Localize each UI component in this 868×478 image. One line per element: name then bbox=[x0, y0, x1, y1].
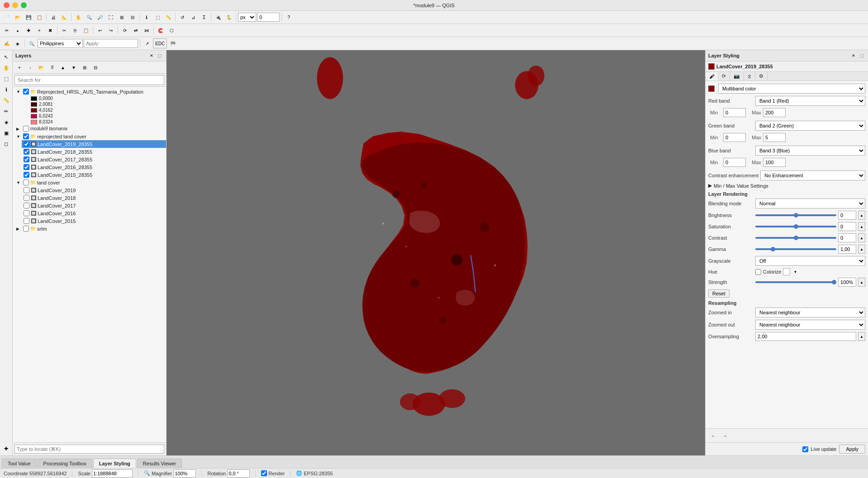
refresh-button[interactable]: ↺ bbox=[177, 12, 187, 22]
zoom-selection-button[interactable]: ⊟ bbox=[128, 12, 138, 22]
magnifier-input[interactable] bbox=[173, 469, 196, 478]
open-layer-button[interactable]: 📂 bbox=[36, 62, 46, 72]
edit-pencil-button[interactable]: ✏ bbox=[2, 25, 12, 35]
contrast-input[interactable] bbox=[838, 233, 856, 242]
lc2015-28355-checkbox[interactable] bbox=[24, 172, 29, 178]
strength-spin[interactable]: ▲ bbox=[858, 278, 865, 287]
add-feature-button[interactable]: + bbox=[34, 25, 44, 35]
pan-map-button[interactable]: ✋ bbox=[1, 63, 11, 73]
snap-button[interactable]: 🧲 bbox=[156, 25, 166, 35]
edit-tool-button[interactable]: ✏ bbox=[1, 106, 11, 116]
rotate-button[interactable]: ⟳ bbox=[120, 25, 130, 35]
locator-input[interactable] bbox=[14, 445, 164, 454]
style-paint-tab[interactable]: 🖌 bbox=[706, 72, 718, 80]
layer-item-landcover-2017[interactable]: 🔲 LandCover_2017 bbox=[22, 202, 166, 209]
minimize-button[interactable] bbox=[12, 2, 18, 8]
new-project-button[interactable]: 📄 bbox=[2, 12, 12, 22]
edc-button[interactable]: EDC bbox=[153, 38, 167, 48]
select-tool-button[interactable]: ▣ bbox=[1, 128, 11, 138]
cross-tool-button[interactable]: ✚ bbox=[1, 444, 11, 454]
deselect-tool-button[interactable]: ◻ bbox=[1, 139, 11, 149]
layer-item-hrsl-group[interactable]: ▼ 📁 Reprojected_HRSL_AUS_Tasmania_Popula… bbox=[14, 88, 166, 95]
blue-min-input[interactable] bbox=[723, 158, 746, 167]
vertex-button[interactable]: ◈ bbox=[13, 38, 23, 48]
live-update-checkbox[interactable] bbox=[802, 446, 808, 452]
zoomed-in-select[interactable]: Nearest neighbour bbox=[755, 308, 865, 317]
tab-layer-styling[interactable]: Layer Styling bbox=[93, 459, 136, 468]
green-band-select[interactable]: Band 2 (Green) bbox=[755, 121, 865, 131]
right-panel-close-button[interactable]: ✕ bbox=[850, 52, 857, 59]
right-panel-float-button[interactable]: ⬚ bbox=[858, 52, 865, 59]
layers-search-input[interactable] bbox=[14, 75, 164, 85]
module9-checkbox[interactable] bbox=[23, 126, 29, 132]
gamma-slider[interactable] bbox=[755, 248, 836, 250]
save-as-button[interactable]: 📋 bbox=[34, 12, 44, 22]
lc2018-28355-checkbox[interactable] bbox=[24, 149, 29, 155]
layer-item-landcover-2019-28355[interactable]: 🔲 LandCover_2019_28355 bbox=[22, 140, 166, 148]
scale-input[interactable] bbox=[92, 469, 133, 478]
layer-item-landcover-2016-28355[interactable]: 🔲 LandCover_2016_28355 bbox=[22, 163, 166, 171]
expand-landcover-icon[interactable]: ▼ bbox=[16, 180, 22, 185]
zoom-in-button[interactable]: 🔍 bbox=[84, 12, 94, 22]
layers-float-button[interactable]: ⬚ bbox=[156, 52, 163, 59]
layer-item-landcover-2016[interactable]: 🔲 LandCover_2016 bbox=[22, 209, 166, 217]
expand-all-button[interactable]: ⊞ bbox=[80, 62, 90, 72]
layer-item-landcover-2019[interactable]: 🔲 LandCover_2019 bbox=[22, 186, 166, 194]
lc2016-checkbox[interactable] bbox=[24, 210, 29, 216]
lc2016-28355-checkbox[interactable] bbox=[24, 164, 29, 170]
close-button[interactable] bbox=[4, 2, 10, 8]
hrsl-checkbox[interactable] bbox=[23, 89, 29, 95]
style-history-tab[interactable]: ⟳ bbox=[718, 72, 730, 80]
saturation-spin-up[interactable]: ▲ bbox=[858, 222, 865, 231]
layer-item-landcover-2018-28355[interactable]: 🔲 LandCover_2018_28355 bbox=[22, 148, 166, 156]
tab-results-viewer[interactable]: Results Viewer bbox=[137, 459, 182, 468]
oversampling-input[interactable] bbox=[755, 332, 856, 341]
flag-button[interactable]: 🏁 bbox=[168, 38, 178, 48]
apply-button[interactable]: Apply bbox=[839, 445, 865, 454]
zoomed-out-select[interactable]: Nearest neighbour bbox=[755, 320, 865, 330]
blending-select[interactable]: Normal bbox=[755, 199, 865, 208]
move-feature-button[interactable]: ✚ bbox=[24, 25, 33, 35]
blue-max-input[interactable] bbox=[763, 158, 786, 167]
hue-expand-button[interactable]: ▼ bbox=[792, 269, 798, 275]
locate-button[interactable]: 🔍 bbox=[27, 38, 37, 48]
location-select[interactable]: Philippines bbox=[38, 39, 83, 48]
lc2017-28355-checkbox[interactable] bbox=[24, 156, 29, 162]
topology-button[interactable]: ⬡ bbox=[167, 25, 176, 35]
select-button[interactable]: ⬚ bbox=[153, 12, 162, 22]
remove-layer-button[interactable]: - bbox=[25, 62, 35, 72]
layer-item-landcover-group[interactable]: ▼ 📁 land cover bbox=[14, 179, 166, 186]
rotation-input[interactable] bbox=[227, 469, 250, 478]
panel-back-button[interactable]: ← bbox=[708, 431, 718, 440]
layer-item-reprojected-group[interactable]: ▼ 📁 reprojected land cover bbox=[14, 133, 166, 140]
zoom-layer-button[interactable]: ⊞ bbox=[117, 12, 127, 22]
redo-button[interactable]: ↪ bbox=[106, 25, 116, 35]
zoom-rect-button[interactable]: ⬚ bbox=[1, 74, 11, 84]
merge-button[interactable]: ⋈ bbox=[142, 25, 152, 35]
collapse-all-button[interactable]: ⊟ bbox=[91, 62, 100, 72]
red-band-select[interactable]: Band 1 (Red) bbox=[755, 96, 865, 106]
style-camera-tab[interactable]: 📷 bbox=[730, 72, 744, 80]
add-layer-button[interactable]: + bbox=[14, 62, 24, 72]
gamma-spin-up[interactable]: ▲ bbox=[858, 245, 865, 254]
print-button[interactable]: 🖨 bbox=[48, 12, 58, 22]
zoom-out-button[interactable]: 🔎 bbox=[95, 12, 105, 22]
node-tool-button-left[interactable]: ◈ bbox=[1, 117, 11, 127]
value-input[interactable] bbox=[257, 13, 280, 22]
measure-tool-button[interactable]: 📏 bbox=[1, 95, 11, 105]
saturation-input[interactable] bbox=[838, 222, 856, 231]
contrast-spin-up[interactable]: ▲ bbox=[858, 233, 865, 242]
style-filter-tab[interactable]: ⧖ bbox=[744, 72, 755, 80]
filter-layer-button[interactable]: ⧖ bbox=[47, 62, 57, 72]
move-down-button[interactable]: ▼ bbox=[69, 62, 79, 72]
reprojected-checkbox[interactable] bbox=[23, 133, 29, 139]
layers-close-button[interactable]: ✕ bbox=[148, 52, 155, 59]
red-min-input[interactable] bbox=[723, 108, 746, 117]
render-checkbox[interactable] bbox=[261, 470, 267, 476]
landcover-checkbox[interactable] bbox=[23, 180, 29, 185]
tab-tool-value[interactable]: Tool Value bbox=[2, 459, 37, 468]
grayscale-select[interactable]: Off bbox=[755, 256, 865, 266]
oversampling-spin-up[interactable]: ▲ bbox=[858, 332, 865, 341]
maximize-button[interactable] bbox=[21, 2, 27, 8]
map-area[interactable] bbox=[167, 50, 705, 455]
